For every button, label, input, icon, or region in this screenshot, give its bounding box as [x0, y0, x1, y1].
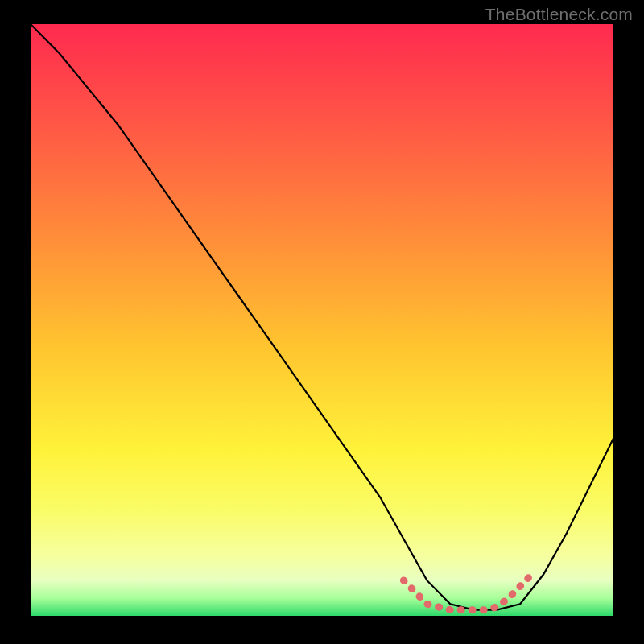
chart-container: TheBottleneck.com — [0, 0, 644, 644]
watermark-text: TheBottleneck.com — [485, 5, 633, 24]
plot-svg — [31, 24, 613, 616]
plot-background — [31, 24, 613, 616]
